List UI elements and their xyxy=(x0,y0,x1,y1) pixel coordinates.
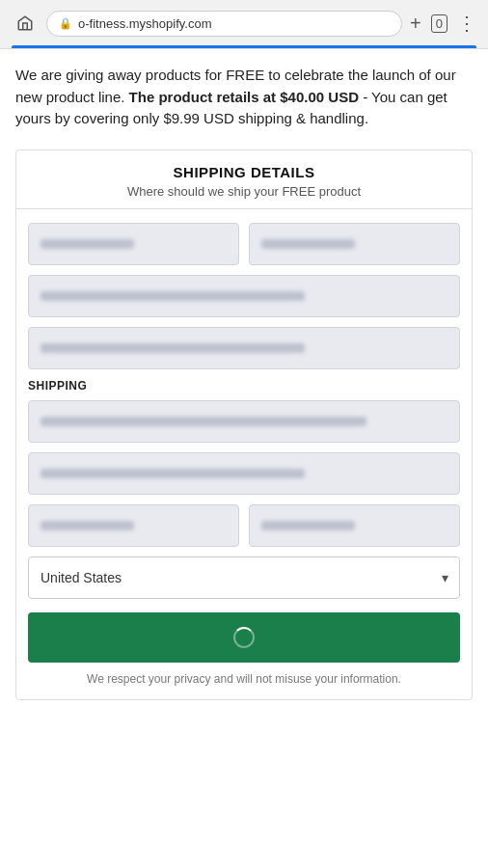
address2-row xyxy=(28,452,460,495)
address2-blur xyxy=(41,469,305,478)
city-blur xyxy=(41,521,134,530)
email-row xyxy=(28,275,460,317)
shipping-card-header: SHIPPING DETAILS Where should we ship yo… xyxy=(16,150,472,209)
shipping-card-subtitle: Where should we ship your FREE product xyxy=(32,184,456,199)
phone-field[interactable] xyxy=(28,327,460,369)
phone-blur xyxy=(41,343,305,353)
promo-bold: The product retails at $40.00 USD xyxy=(129,89,359,105)
country-select-wrapper[interactable]: United States Canada United Kingdom Aust… xyxy=(28,556,460,599)
promo-text: We are giving away products for FREE to … xyxy=(15,65,473,130)
last-name-field[interactable] xyxy=(249,223,460,265)
phone-row xyxy=(28,327,460,369)
shipping-card: SHIPPING DETAILS Where should we ship yo… xyxy=(15,149,473,700)
page-content: We are giving away products for FREE to … xyxy=(0,49,488,868)
lock-icon: 🔒 xyxy=(59,17,72,30)
name-row xyxy=(28,223,460,265)
tab-counter[interactable]: 0 xyxy=(431,14,447,33)
first-name-field[interactable] xyxy=(28,223,239,265)
city-field[interactable] xyxy=(28,504,239,547)
country-select[interactable]: United States Canada United Kingdom Aust… xyxy=(28,556,460,599)
address1-blur xyxy=(41,417,366,426)
menu-button[interactable]: ⋮ xyxy=(457,12,476,35)
url-text: o-fitness.myshopify.com xyxy=(78,16,211,31)
shipping-section-label: SHIPPING xyxy=(28,379,460,393)
address1-row xyxy=(28,400,460,443)
zip-field[interactable] xyxy=(249,504,460,547)
address2-field[interactable] xyxy=(28,452,460,495)
first-name-blur xyxy=(41,239,134,249)
shipping-card-title: SHIPPING DETAILS xyxy=(32,164,456,180)
new-tab-button[interactable]: + xyxy=(410,13,421,35)
last-name-blur xyxy=(261,239,355,249)
submit-button[interactable] xyxy=(28,612,460,663)
zip-blur xyxy=(261,521,355,530)
privacy-text: We respect your privacy and will not mis… xyxy=(28,672,460,686)
city-zip-row xyxy=(28,504,460,547)
address-bar[interactable]: 🔒 o-fitness.myshopify.com xyxy=(46,11,402,37)
shipping-card-body: SHIPPING xyxy=(16,209,472,699)
email-blur xyxy=(41,291,305,301)
loading-spinner xyxy=(233,627,255,648)
active-tab-indicator xyxy=(12,45,476,48)
browser-chrome: 🔒 o-fitness.myshopify.com + 0 ⋮ xyxy=(0,0,488,49)
email-field[interactable] xyxy=(28,275,460,317)
address1-field[interactable] xyxy=(28,400,460,443)
home-button[interactable] xyxy=(12,10,39,37)
